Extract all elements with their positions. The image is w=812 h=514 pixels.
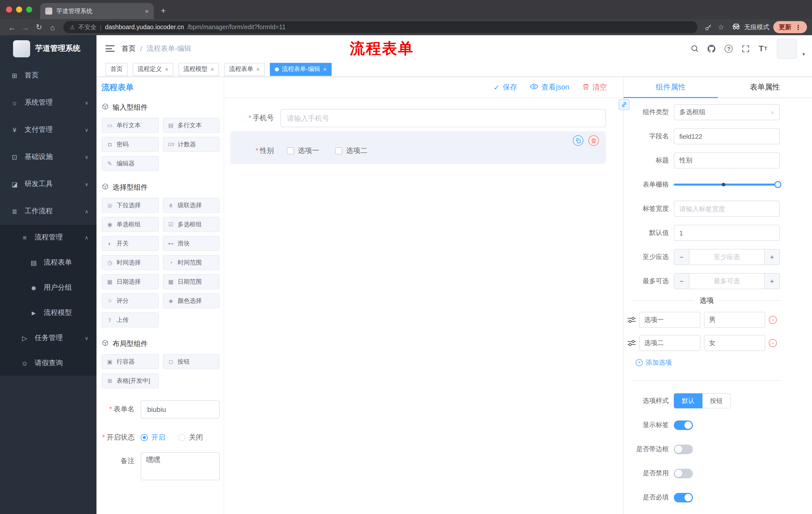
- link-icon[interactable]: [618, 99, 630, 110]
- browser-tab[interactable]: 芋道管理系统 ×: [40, 3, 154, 19]
- bookmark-star-icon[interactable]: ☆: [715, 23, 728, 31]
- toggle-switch-bordered[interactable]: [674, 444, 693, 454]
- view-json-button[interactable]: 查看json: [530, 82, 569, 92]
- reload-icon[interactable]: ↻: [32, 23, 46, 32]
- drag-handle-icon[interactable]: [628, 340, 636, 347]
- minus-icon[interactable]: −: [674, 274, 689, 289]
- status-radio-on[interactable]: 开启: [141, 433, 165, 442]
- palette-item[interactable]: ◔时间范围: [163, 255, 220, 270]
- status-radio-off[interactable]: 关闭: [178, 433, 203, 442]
- browser-menu-icon[interactable]: ⋮: [795, 23, 802, 31]
- slider-handle[interactable]: [774, 181, 781, 188]
- sidebar-item-leave-query[interactable]: ☺请假查询: [0, 351, 96, 376]
- breadcrumb-home[interactable]: 首页: [122, 44, 136, 53]
- palette-item[interactable]: ▤多行文本: [163, 118, 220, 133]
- close-icon[interactable]: ×: [323, 65, 327, 73]
- close-icon[interactable]: ×: [210, 65, 214, 73]
- plus-icon[interactable]: +: [764, 274, 779, 289]
- avatar-caret-icon[interactable]: ▾: [803, 51, 805, 57]
- style-button-button[interactable]: 按钮: [702, 393, 731, 408]
- option-value-input[interactable]: [704, 335, 765, 351]
- window-close-button[interactable]: [6, 6, 12, 12]
- sidebar-item-infrastructure[interactable]: ⊡基础设施∨: [0, 143, 96, 170]
- password-key-icon[interactable]: [701, 23, 715, 31]
- label-width-input[interactable]: [674, 201, 780, 217]
- default-value-input[interactable]: [674, 225, 780, 241]
- palette-item[interactable]: ⋔级联选择: [163, 198, 220, 213]
- add-option-button[interactable]: + 添加选项: [636, 358, 812, 367]
- drag-handle-icon[interactable]: [628, 316, 636, 323]
- palette-item[interactable]: ◷时间选择: [102, 255, 158, 270]
- palette-item[interactable]: ☆评分: [102, 293, 158, 308]
- palette-item[interactable]: ◘密码: [102, 137, 158, 152]
- plus-icon[interactable]: +: [764, 249, 779, 265]
- canvas-field-gender[interactable]: 性别 选项一选项二: [230, 131, 606, 164]
- option-label-input[interactable]: [639, 335, 700, 351]
- new-tab-button[interactable]: +: [161, 6, 166, 16]
- style-default-button[interactable]: 默认: [674, 393, 702, 408]
- window-zoom-button[interactable]: [26, 6, 32, 12]
- checkbox-icon[interactable]: [335, 147, 342, 154]
- palette-item[interactable]: ◻按钮: [163, 354, 220, 369]
- tab-form-props[interactable]: 表单属性: [718, 77, 812, 98]
- sidebar-item-dev-tools[interactable]: ◪研发工具∨: [0, 170, 96, 198]
- tags-view-item[interactable]: 流程表单×: [224, 63, 265, 76]
- close-icon[interactable]: ×: [256, 65, 260, 73]
- app-logo[interactable]: 芋道管理系统: [0, 35, 96, 62]
- remove-option-button[interactable]: −: [769, 316, 777, 324]
- palette-item[interactable]: ◈颜色选择: [163, 293, 220, 308]
- sidebar-item-process-manage[interactable]: ≡流程管理∧: [0, 225, 96, 250]
- avatar[interactable]: [777, 38, 797, 59]
- tags-view-item[interactable]: 流程定义×: [133, 63, 173, 76]
- sidebar-item-task-manage[interactable]: ▷任务管理∨: [0, 325, 96, 351]
- close-icon[interactable]: ×: [165, 65, 168, 73]
- checkbox-option[interactable]: 选项二: [335, 146, 367, 155]
- sidebar-item-process-form[interactable]: ▤流程表单: [0, 250, 96, 275]
- sidebar-item-workflow[interactable]: ≣工作流程∧: [0, 198, 96, 225]
- palette-item[interactable]: ⇧上传: [102, 312, 158, 327]
- palette-item[interactable]: ⊞表格[开发中]: [102, 373, 158, 388]
- home-icon[interactable]: ⌂: [46, 23, 59, 31]
- palette-item[interactable]: ◉单选框组: [102, 217, 158, 232]
- palette-item[interactable]: ▦日期选择: [102, 274, 158, 289]
- tags-view-item[interactable]: 流程表单-编辑×: [270, 63, 331, 76]
- tags-view-item[interactable]: 首页: [106, 63, 127, 76]
- field-name-input[interactable]: [674, 128, 780, 144]
- palette-item[interactable]: ⊷滑块: [163, 236, 220, 251]
- forward-icon[interactable]: →: [19, 23, 32, 31]
- grid-slider[interactable]: [674, 177, 780, 193]
- palette-item[interactable]: ☑多选框组: [163, 217, 220, 232]
- palette-item[interactable]: ◎下拉选择: [102, 198, 158, 213]
- title-input[interactable]: [674, 153, 780, 168]
- font-size-icon[interactable]: TT: [757, 42, 769, 55]
- palette-item[interactable]: ▣行容器: [102, 354, 158, 369]
- palette-item[interactable]: ▩日期范围: [163, 274, 220, 289]
- checkbox-icon[interactable]: [287, 147, 294, 154]
- form-remark-textarea[interactable]: 嘿嘿: [141, 452, 220, 480]
- sidebar-item-payment[interactable]: ¥支付管理∨: [0, 116, 96, 143]
- toggle-switch-disabled[interactable]: [674, 468, 693, 478]
- tab-close-icon[interactable]: ×: [145, 7, 149, 15]
- minus-icon[interactable]: −: [674, 249, 689, 265]
- window-minimize-button[interactable]: [16, 6, 22, 12]
- canvas-field-phone[interactable]: 手机号: [230, 109, 606, 127]
- phone-input[interactable]: [280, 109, 606, 127]
- tags-view-item[interactable]: 流程模型×: [178, 63, 219, 76]
- toggle-switch-show-label[interactable]: [674, 420, 693, 430]
- sidebar-item-home[interactable]: ⊞首页: [0, 62, 96, 89]
- option-label-input[interactable]: [639, 312, 700, 328]
- address-bar[interactable]: ⚠ 不安全 | dashboard.yudao.iocoder.cn /bpm/…: [63, 21, 697, 33]
- save-button[interactable]: ✓ 保存: [493, 82, 517, 92]
- sidebar-collapse-icon[interactable]: [106, 45, 115, 52]
- sidebar-item-process-model[interactable]: ►流程模型: [0, 300, 96, 325]
- search-icon[interactable]: [688, 42, 701, 55]
- security-warning-icon[interactable]: ⚠: [70, 24, 75, 30]
- update-button[interactable]: 更新 ⋮: [773, 21, 807, 33]
- palette-item[interactable]: ▭单行文本: [102, 118, 158, 133]
- github-icon[interactable]: [705, 42, 718, 55]
- form-name-input[interactable]: [141, 400, 220, 418]
- option-value-input[interactable]: [704, 312, 765, 328]
- fullscreen-icon[interactable]: [740, 42, 752, 55]
- back-icon[interactable]: ←: [5, 23, 19, 31]
- remove-option-button[interactable]: −: [769, 339, 777, 347]
